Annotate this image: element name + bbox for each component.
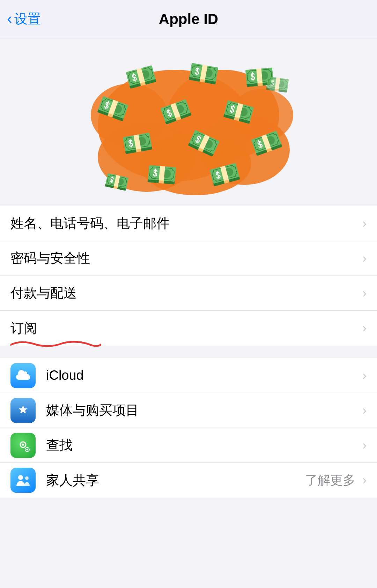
svg-point-12 xyxy=(18,475,23,480)
menu-item-icloud[interactable]: iCloud › xyxy=(0,358,377,393)
findmy-icon xyxy=(10,433,36,458)
chevron-icon: › xyxy=(362,251,367,266)
chevron-icon: › xyxy=(362,286,367,301)
chevron-icon: › xyxy=(362,216,367,231)
svg-point-9 xyxy=(22,444,24,446)
back-button[interactable]: ‹ 设置 xyxy=(7,10,41,28)
money-emoji-2: 💵 xyxy=(186,57,221,90)
primary-menu-group: 姓名、电话号码、电子邮件 › 密码与安全性 › 付款与配送 › 订阅 › xyxy=(0,206,377,346)
chevron-icon: › xyxy=(362,368,367,383)
menu-item-family-sharing[interactable]: 家人共享 了解更多 › xyxy=(0,463,377,498)
svg-point-11 xyxy=(27,448,28,450)
page-title: Apple ID xyxy=(159,11,218,28)
money-emoji-7: 💵 xyxy=(120,127,155,160)
svg-text:A: A xyxy=(21,407,25,415)
money-emoji-13: 💵 xyxy=(264,72,291,98)
appstore-icon: A xyxy=(10,398,36,423)
menu-item-find-my[interactable]: 查找 › xyxy=(0,428,377,463)
menu-item-subscriptions[interactable]: 订阅 › xyxy=(0,311,377,346)
navigation-bar: ‹ 设置 Apple ID xyxy=(0,0,377,38)
chevron-icon: › xyxy=(362,473,367,488)
back-chevron-icon: ‹ xyxy=(7,11,12,26)
section-gap xyxy=(0,346,377,358)
chevron-icon: › xyxy=(362,438,367,453)
chevron-icon: › xyxy=(362,321,367,336)
chevron-icon: › xyxy=(362,403,367,418)
icloud-icon xyxy=(10,363,36,388)
secondary-menu-group: iCloud › A 媒体与购买项目 › 查找 › xyxy=(0,358,377,498)
family-sharing-icon xyxy=(10,468,36,493)
profile-area: 💵 💵 💵 💵 💵 💵 💵 💵 💵 💵 💵 💵 💵 xyxy=(0,38,377,206)
money-emoji-10: 💵 xyxy=(146,159,178,190)
menu-item-name-phone-email[interactable]: 姓名、电话号码、电子邮件 › xyxy=(0,206,377,241)
back-label: 设置 xyxy=(14,10,41,28)
svg-point-13 xyxy=(25,476,29,480)
menu-item-password-security[interactable]: 密码与安全性 › xyxy=(0,241,377,276)
money-emoji-12: 💵 xyxy=(103,169,131,196)
menu-item-payment-delivery[interactable]: 付款与配送 › xyxy=(0,276,377,311)
profile-illustration: 💵 💵 💵 💵 💵 💵 💵 💵 💵 💵 💵 💵 💵 xyxy=(77,52,300,199)
menu-item-media-purchase[interactable]: A 媒体与购买项目 › xyxy=(0,393,377,428)
